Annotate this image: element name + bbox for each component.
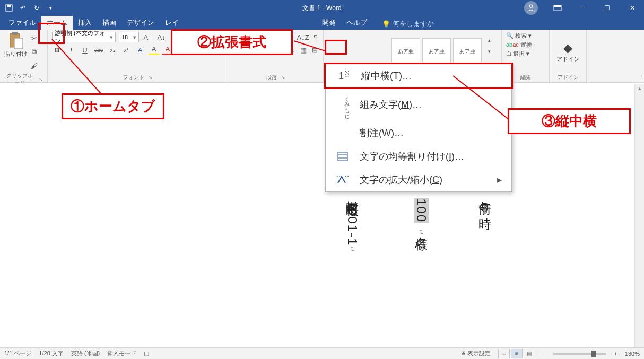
lightbulb-icon: 💡 — [382, 20, 390, 28]
zoom-slider[interactable] — [553, 353, 606, 355]
menu-tatechuyoko-label: 縦中横(T)… — [361, 69, 412, 82]
redo-icon[interactable]: ↻ — [32, 3, 41, 13]
svg-rect-8 — [338, 152, 347, 161]
styles-more-down-icon[interactable]: ▾ — [484, 46, 494, 57]
newline-icon: ↵ — [481, 208, 489, 216]
newline-icon: ↵ — [348, 246, 356, 253]
callout-1: ①ホームタブ — [62, 93, 164, 119]
maximize-icon[interactable]: ☐ — [595, 0, 619, 16]
newline-icon: ↵ — [417, 229, 425, 237]
addins-label: アドイン — [556, 55, 580, 63]
style-heading1[interactable]: あア亜 — [453, 38, 482, 65]
tab-file[interactable]: ファイル — [3, 16, 41, 30]
menu-scale-label: 文字の拡大/縮小(C) — [360, 173, 442, 186]
account-icon[interactable] — [524, 1, 538, 15]
view-buttons: ▭ ≡ ▤ — [498, 349, 535, 358]
ribbon-display-icon[interactable] — [545, 0, 569, 16]
titlebar: ↶ ↻ ▾ 文書 1 - Word ─ ☐ ✕ — [0, 0, 644, 16]
font-name-combo[interactable]: 游明朝 (本文のフォン▾ — [52, 32, 116, 42]
collapse-ribbon-icon[interactable]: ˄ — [640, 75, 643, 81]
shading-icon[interactable]: ▦ — [300, 45, 308, 55]
paragraph-launcher-icon[interactable]: ↘ — [281, 75, 285, 80]
shrink-font-icon[interactable]: A↓ — [156, 32, 167, 42]
zoom-value[interactable]: 130% — [625, 351, 640, 357]
minimize-icon[interactable]: ─ — [570, 0, 594, 16]
status-lang[interactable]: 英語 (米国) — [71, 349, 100, 357]
menu-warichu[interactable]: 割注(W)… — [326, 121, 511, 145]
asian-layout-dropdown: 123 縦中横(T)… くみもじ 組み文字(M)… 割注(W)… 文字の均等割り… — [325, 64, 512, 192]
display-settings[interactable]: 🖥 表示設定 — [460, 349, 491, 357]
menu-tatechuyoko[interactable]: 123 縦中横(T)… — [324, 63, 513, 89]
text-effects-button[interactable]: A — [135, 45, 145, 55]
highlight-button[interactable]: A — [149, 45, 159, 55]
addins-button[interactable]: ◆ アドイン — [556, 41, 580, 63]
undo-icon[interactable]: ↶ — [18, 3, 28, 13]
tell-me-search[interactable]: 💡 何をしますか — [379, 18, 437, 30]
tab-layout[interactable]: レイ — [160, 16, 184, 30]
tab-draw[interactable]: 描画 — [97, 16, 121, 30]
copy-icon[interactable]: ⧉ — [29, 47, 39, 57]
svg-rect-7 — [14, 38, 23, 49]
menu-warichu-label: 割注(W)… — [360, 127, 404, 139]
scroll-up-icon[interactable]: ▴ — [637, 85, 643, 92]
superscript-button[interactable]: x² — [121, 45, 132, 55]
status-words[interactable]: 1/20 文字 — [39, 349, 63, 357]
styles-more-up-icon[interactable]: ▴ — [484, 35, 494, 46]
view-read-icon[interactable]: ▭ — [498, 349, 510, 358]
style-nospacing[interactable]: あア亜 — [422, 38, 451, 65]
view-web-icon[interactable]: ▤ — [524, 349, 535, 358]
cut-icon[interactable]: ✂ — [29, 33, 39, 43]
find-button[interactable]: 🔍 検索 ▾ — [506, 32, 545, 40]
paste-label: 貼り付け — [4, 50, 28, 58]
chevron-down-icon: ▾ — [133, 34, 136, 41]
strikethrough-button[interactable]: abc — [93, 45, 104, 55]
tab-insert[interactable]: 挿入 — [73, 16, 97, 30]
vertical-scrollbar[interactable]: ▴ — [634, 84, 644, 347]
grow-font-icon[interactable]: A↑ — [142, 32, 153, 42]
doc-col-capacity: 先着 100 名様↵ — [408, 191, 434, 237]
tab-help[interactable]: ヘルプ — [341, 16, 372, 30]
paste-button[interactable]: 貼り付け — [4, 32, 28, 58]
menu-kumimoji[interactable]: くみもじ 組み文字(M)… — [326, 87, 511, 121]
menu-scale[interactable]: 文字の拡大/縮小(C) ▸ — [326, 168, 511, 191]
status-mode[interactable]: 挿入モード — [107, 349, 136, 357]
subscript-button[interactable]: x₂ — [107, 45, 118, 55]
tab-develop[interactable]: 開発 — [317, 16, 341, 30]
select-button[interactable]: ☖ 選択 ▾ — [506, 50, 545, 58]
callout-3: ③縦中横 — [508, 108, 631, 134]
font-size-value: 18 — [121, 34, 128, 40]
style-normal[interactable]: あア亜 — [391, 38, 420, 65]
tab-home[interactable]: ホーム — [41, 16, 73, 30]
callout-2: ②拡張書式 — [171, 29, 293, 55]
macro-record-icon[interactable]: ▢ — [144, 350, 149, 357]
underline-button[interactable]: U — [80, 45, 90, 55]
qat-dropdown-icon[interactable]: ▾ — [46, 3, 55, 13]
tab-design[interactable]: デザイン — [121, 16, 160, 30]
kintou-icon — [335, 152, 350, 161]
status-page[interactable]: 1/1 ページ — [4, 349, 31, 357]
italic-button[interactable]: I — [66, 45, 76, 55]
show-marks-icon[interactable]: ¶ — [311, 32, 319, 42]
format-painter-icon[interactable]: 🖌 — [29, 60, 39, 71]
group-clipboard: 貼り付け ✂ ⧉ 🖌 クリップボード↘ — [0, 30, 48, 82]
close-icon[interactable]: ✕ — [620, 0, 644, 16]
zoom-out-icon[interactable]: − — [543, 351, 546, 357]
zoom-knob[interactable] — [591, 351, 596, 357]
sort-icon[interactable]: A↓Z — [298, 32, 308, 42]
svg-rect-4 — [554, 5, 561, 7]
submenu-arrow-icon: ▸ — [497, 174, 502, 186]
font-launcher-icon[interactable]: ↘ — [149, 75, 153, 80]
quick-access-toolbar: ↶ ↻ ▾ — [0, 3, 59, 13]
tell-me-label: 何をしますか — [393, 19, 434, 29]
save-icon[interactable] — [4, 3, 14, 13]
zoom-in-icon[interactable]: + — [614, 351, 617, 357]
view-print-icon[interactable]: ≡ — [511, 349, 523, 358]
menu-kintou[interactable]: 文字の均等割り付け(I)… — [326, 145, 511, 168]
scale-icon — [335, 176, 350, 184]
font-size-combo[interactable]: 18▾ — [119, 32, 139, 42]
replace-button[interactable]: abac 置換 — [506, 41, 545, 49]
editing-group-label: 編集 — [520, 74, 531, 81]
clipboard-launcher-icon[interactable]: ↘ — [39, 77, 43, 82]
ribbon-tabs: ファイル ホーム 挿入 描画 デザイン レイ 開発 ヘルプ 💡 何をしますか — [0, 16, 644, 30]
menu-kintou-label: 文字の均等割り付け(I)… — [360, 150, 464, 163]
